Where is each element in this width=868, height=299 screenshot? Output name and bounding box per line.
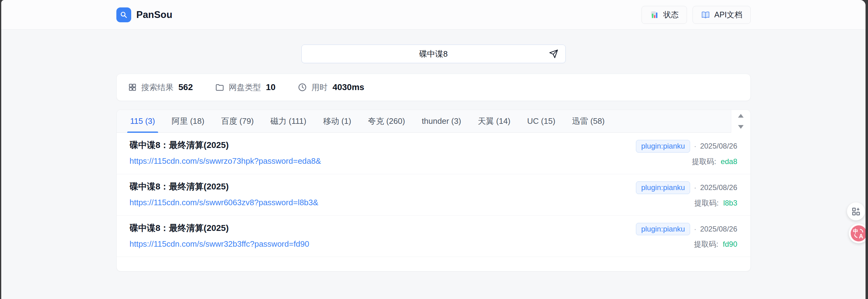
result-main: 碟中谍8：最终清算(2025) https://115cdn.com/s/sww…	[130, 181, 318, 207]
tab-uc[interactable]: UC (15)	[527, 110, 556, 132]
send-icon	[549, 49, 558, 59]
translate-button[interactable]: 中 A	[849, 223, 866, 243]
plugin-badge: plugin:pianku	[636, 181, 690, 194]
result-link[interactable]: https://115cdn.com/s/swwr6063zv8?passwor…	[130, 198, 318, 207]
result-row: 碟中谍8：最终清算(2025) https://115cdn.com/s/sww…	[117, 133, 750, 174]
stats-bar: 搜索结果 562 网盘类型 10 用时 4030ms	[116, 74, 751, 101]
tab-mobile[interactable]: 移动 (1)	[322, 110, 352, 132]
tab-thunder[interactable]: thunder (3)	[421, 110, 462, 132]
apps-extension-button[interactable]	[847, 203, 865, 220]
tab-tianyi[interactable]: 天翼 (14)	[477, 110, 511, 132]
result-meta-line: plugin:pianku · 2025/08/26	[636, 181, 737, 194]
result-meta-line: plugin:pianku · 2025/08/26	[636, 140, 737, 153]
meta-dot: ·	[694, 183, 696, 192]
result-meta: plugin:pianku · 2025/08/26 提取码: eda8	[636, 139, 737, 167]
bar-chart-icon	[650, 10, 659, 20]
tab-aliyun[interactable]: 阿里 (18)	[171, 110, 205, 132]
meta-dot: ·	[694, 225, 696, 233]
app-window: PanSou 状态	[1, 0, 866, 299]
extract-code-value: eda8	[721, 157, 737, 166]
stat-time-label: 用时	[311, 82, 328, 93]
app-logo[interactable]: PanSou	[116, 7, 173, 22]
header-actions: 状态 API文档	[642, 6, 750, 24]
api-docs-button-label: API文档	[714, 9, 742, 20]
result-meta-line: plugin:pianku · 2025/08/26	[636, 223, 737, 236]
grid-icon	[128, 83, 137, 92]
result-date: 2025/08/26	[700, 225, 737, 233]
header-inner: PanSou 状态	[116, 0, 751, 29]
svg-text:A: A	[859, 233, 863, 240]
extract-code-value: l8b3	[723, 199, 737, 207]
tab-115[interactable]: 115 (3)	[130, 110, 156, 132]
app-title: PanSou	[136, 9, 173, 21]
svg-text:中: 中	[853, 228, 859, 234]
results-card: 115 (3) 阿里 (18) 百度 (79) 磁力 (111) 移动 (1) …	[116, 110, 751, 271]
folder-icon	[215, 83, 224, 92]
search-box	[301, 44, 566, 63]
result-link[interactable]: https://115cdn.com/s/swwr32b3ffc?passwor…	[130, 239, 309, 249]
result-link[interactable]: https://115cdn.com/s/swwrzo73hpk?passwor…	[130, 156, 321, 166]
result-date: 2025/08/26	[700, 142, 737, 150]
extract-code-line: 提取码: fd90	[694, 239, 737, 249]
apps-sparkle-icon	[851, 206, 861, 216]
search-row	[1, 44, 866, 63]
stat-time-value: 4030ms	[332, 82, 364, 92]
api-docs-button[interactable]: API文档	[692, 6, 750, 24]
stat-elapsed-time: 用时 4030ms	[298, 82, 364, 93]
stat-types-value: 10	[266, 82, 275, 92]
extract-code-value: fd90	[723, 240, 737, 248]
tab-baidu[interactable]: 百度 (79)	[220, 110, 254, 132]
triangle-up-icon[interactable]	[738, 114, 744, 118]
search-input[interactable]	[302, 45, 565, 63]
tab-xunlei[interactable]: 迅雷 (58)	[571, 110, 605, 132]
result-title: 碟中谍8：最终清算(2025)	[130, 181, 318, 192]
plugin-badge: plugin:pianku	[636, 223, 690, 236]
meta-dot: ·	[694, 142, 696, 150]
extract-code-label: 提取码:	[694, 199, 719, 207]
result-title: 碟中谍8：最终清算(2025)	[130, 222, 309, 234]
stat-types-label: 网盘类型	[229, 82, 261, 93]
stat-search-results: 搜索结果 562	[128, 82, 193, 93]
tab-scroll-controls	[731, 110, 750, 133]
search-icon	[116, 7, 131, 22]
result-date: 2025/08/26	[700, 183, 737, 192]
result-meta: plugin:pianku · 2025/08/26 提取码: l8b3	[636, 181, 737, 208]
tab-quark[interactable]: 夸克 (260)	[367, 110, 406, 132]
app-header: PanSou 状态	[1, 0, 866, 30]
send-button[interactable]	[548, 48, 560, 60]
plugin-badge: plugin:pianku	[636, 140, 690, 153]
result-main: 碟中谍8：最终清算(2025) https://115cdn.com/s/sww…	[130, 139, 321, 166]
clock-icon	[298, 83, 307, 92]
result-meta: plugin:pianku · 2025/08/26 提取码: fd90	[636, 222, 737, 249]
extract-code-label: 提取码:	[692, 157, 716, 166]
status-button-label: 状态	[663, 9, 679, 20]
result-title: 碟中谍8：最终清算(2025)	[130, 139, 321, 151]
extract-code-line: 提取码: l8b3	[694, 198, 737, 208]
stat-results-label: 搜索结果	[142, 82, 174, 93]
translate-icon: 中 A	[851, 225, 866, 241]
result-row: 碟中谍8：最终清算(2025) https://115cdn.com/s/sww…	[117, 216, 750, 257]
extract-code-label: 提取码:	[694, 240, 718, 248]
result-main: 碟中谍8：最终清算(2025) https://115cdn.com/s/sww…	[130, 222, 309, 249]
stat-results-value: 562	[179, 82, 193, 92]
triangle-down-icon[interactable]	[738, 125, 744, 129]
book-icon	[701, 10, 710, 20]
stat-pan-types: 网盘类型 10	[215, 82, 275, 93]
tab-magnet[interactable]: 磁力 (111)	[270, 110, 307, 132]
status-button[interactable]: 状态	[642, 6, 687, 24]
tab-strip: 115 (3) 阿里 (18) 百度 (79) 磁力 (111) 移动 (1) …	[117, 110, 750, 133]
extract-code-line: 提取码: eda8	[692, 157, 737, 167]
result-row: 碟中谍8：最终清算(2025) https://115cdn.com/s/sww…	[117, 174, 750, 216]
